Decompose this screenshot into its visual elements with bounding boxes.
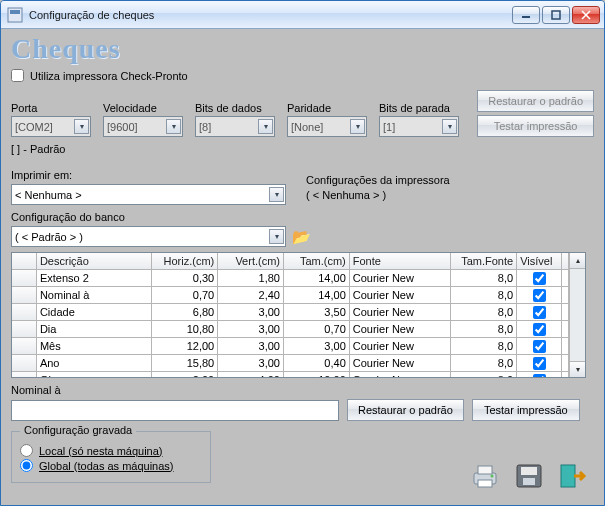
cell[interactable]: 3,00 xyxy=(284,338,350,355)
cell[interactable]: Courier New xyxy=(350,287,452,304)
column-header[interactable]: Vert.(cm) xyxy=(218,253,284,270)
cell[interactable]: 3,00 xyxy=(218,338,284,355)
table-row[interactable]: Mês12,003,003,00Courier New8,0 xyxy=(12,338,569,355)
column-header[interactable]: Visível xyxy=(517,253,562,270)
cell[interactable]: 3,50 xyxy=(284,304,350,321)
scroll-down-icon[interactable]: ▾ xyxy=(570,361,585,377)
row-header[interactable]: ▶ xyxy=(12,372,37,377)
visible-checkbox[interactable] xyxy=(533,357,546,370)
visible-checkbox[interactable] xyxy=(533,374,546,378)
cell[interactable]: Courier New xyxy=(350,270,452,287)
folder-open-icon[interactable]: 📂 xyxy=(292,228,311,246)
visible-checkbox[interactable] xyxy=(533,323,546,336)
cell[interactable]: 0,40 xyxy=(284,355,350,372)
table-row[interactable]: Ano15,803,000,40Courier New8,0 xyxy=(12,355,569,372)
cell[interactable]: 8,0 xyxy=(451,338,517,355)
scroll-up-icon[interactable]: ▴ xyxy=(570,253,585,269)
cell[interactable]: 8,0 xyxy=(451,321,517,338)
check-pronto-checkbox[interactable] xyxy=(11,69,24,82)
save-icon[interactable] xyxy=(512,459,546,493)
cell[interactable]: 8,0 xyxy=(451,372,517,377)
column-header[interactable]: Fonte xyxy=(350,253,452,270)
table-row[interactable]: Cidade6,803,003,50Courier New8,0 xyxy=(12,304,569,321)
cell[interactable]: Nominal à xyxy=(37,287,153,304)
cell[interactable]: 2,00 xyxy=(152,372,218,377)
global-radio[interactable] xyxy=(20,459,33,472)
cell[interactable]: 0,30 xyxy=(152,270,218,287)
visible-cell[interactable] xyxy=(517,372,562,377)
visible-cell[interactable] xyxy=(517,270,562,287)
nominal-input[interactable] xyxy=(11,400,339,421)
parity-combo[interactable]: [None]▾ xyxy=(287,116,367,137)
cell[interactable]: 3,00 xyxy=(218,321,284,338)
cell[interactable]: Ano xyxy=(37,355,153,372)
table-row[interactable]: Dia10,803,000,70Courier New8,0 xyxy=(12,321,569,338)
cell[interactable]: Extenso 2 xyxy=(37,270,153,287)
column-header[interactable] xyxy=(12,253,37,270)
visible-cell[interactable] xyxy=(517,287,562,304)
visible-checkbox[interactable] xyxy=(533,272,546,285)
cell[interactable]: 8,0 xyxy=(451,355,517,372)
cell[interactable]: 4,00 xyxy=(218,372,284,377)
table-row[interactable]: Extenso 20,301,8014,00Courier New8,0 xyxy=(12,270,569,287)
cell[interactable]: 10,00 xyxy=(284,372,350,377)
cell[interactable]: 0,70 xyxy=(284,321,350,338)
print-in-combo[interactable]: < Nenhuma >▾ xyxy=(11,184,286,205)
maximize-button[interactable] xyxy=(542,6,570,24)
table-row[interactable]: ▶Obs2,004,0010,00Courier New8,0 xyxy=(12,372,569,377)
row-header[interactable] xyxy=(12,287,37,304)
column-header[interactable]: Horiz.(cm) xyxy=(152,253,218,270)
stopbits-combo[interactable]: [1]▾ xyxy=(379,116,459,137)
cell[interactable]: Obs xyxy=(37,372,153,377)
row-header[interactable] xyxy=(12,304,37,321)
test-port-button[interactable]: Testar impressão xyxy=(477,115,594,137)
cell[interactable]: Courier New xyxy=(350,321,452,338)
cell[interactable]: 12,00 xyxy=(152,338,218,355)
printer-icon[interactable] xyxy=(468,459,502,493)
column-header[interactable]: Tam.Fonte xyxy=(451,253,517,270)
visible-cell[interactable] xyxy=(517,355,562,372)
cell[interactable]: Courier New xyxy=(350,355,452,372)
restore-nominal-button[interactable]: Restaurar o padrão xyxy=(347,399,464,421)
close-button[interactable] xyxy=(572,6,600,24)
cell[interactable]: Dia xyxy=(37,321,153,338)
table-row[interactable]: Nominal à0,702,4014,00Courier New8,0 xyxy=(12,287,569,304)
visible-cell[interactable] xyxy=(517,321,562,338)
cell[interactable]: 8,0 xyxy=(451,270,517,287)
cell[interactable]: 15,80 xyxy=(152,355,218,372)
databits-combo[interactable]: [8]▾ xyxy=(195,116,275,137)
visible-checkbox[interactable] xyxy=(533,306,546,319)
visible-checkbox[interactable] xyxy=(533,340,546,353)
bank-config-combo[interactable]: ( < Padrão > )▾ xyxy=(11,226,286,247)
cell[interactable]: Courier New xyxy=(350,338,452,355)
port-combo[interactable]: [COM2]▾ xyxy=(11,116,91,137)
exit-icon[interactable] xyxy=(556,459,590,493)
visible-cell[interactable] xyxy=(517,338,562,355)
speed-combo[interactable]: [9600]▾ xyxy=(103,116,183,137)
minimize-button[interactable] xyxy=(512,6,540,24)
row-header[interactable] xyxy=(12,270,37,287)
row-header[interactable] xyxy=(12,338,37,355)
cell[interactable]: Courier New xyxy=(350,372,452,377)
cell[interactable]: Mês xyxy=(37,338,153,355)
cell[interactable]: 3,00 xyxy=(218,355,284,372)
row-header[interactable] xyxy=(12,355,37,372)
column-header[interactable]: Tam.(cm) xyxy=(284,253,350,270)
cell[interactable]: 6,80 xyxy=(152,304,218,321)
cell[interactable]: 0,70 xyxy=(152,287,218,304)
cell[interactable]: 1,80 xyxy=(218,270,284,287)
local-radio[interactable] xyxy=(20,444,33,457)
table-scrollbar[interactable]: ▴ ▾ xyxy=(569,253,585,377)
row-header[interactable] xyxy=(12,321,37,338)
test-nominal-button[interactable]: Testar impressão xyxy=(472,399,580,421)
visible-checkbox[interactable] xyxy=(533,289,546,302)
cell[interactable]: 10,80 xyxy=(152,321,218,338)
titlebar[interactable]: Configuração de cheques xyxy=(1,1,604,29)
visible-cell[interactable] xyxy=(517,304,562,321)
cell[interactable]: 2,40 xyxy=(218,287,284,304)
restore-port-button[interactable]: Restaurar o padrão xyxy=(477,90,594,112)
column-header[interactable]: Descrição xyxy=(37,253,153,270)
cell[interactable]: 14,00 xyxy=(284,287,350,304)
cell[interactable]: 8,0 xyxy=(451,304,517,321)
cell[interactable]: 3,00 xyxy=(218,304,284,321)
